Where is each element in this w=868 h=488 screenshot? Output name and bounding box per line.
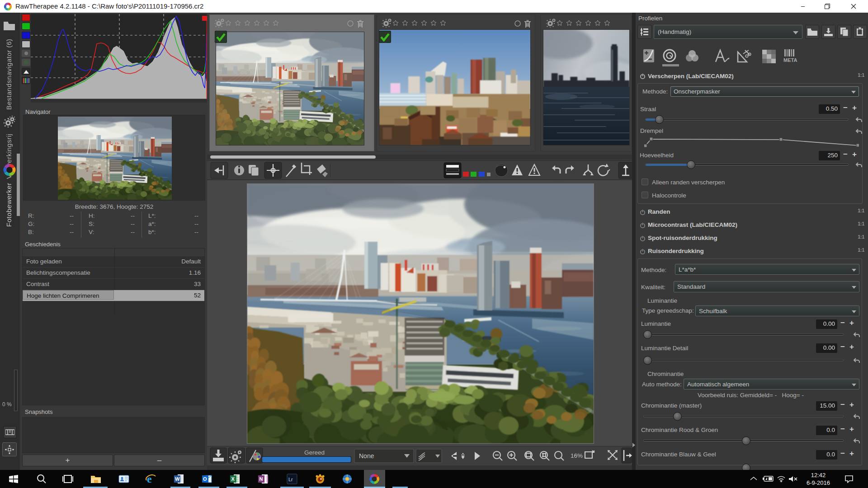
svg-text:META: META [783,57,797,63]
svg-text:W: W [175,476,180,482]
svg-text:Gereed: Gereed [304,449,325,456]
svg-text:16%: 16% [571,452,583,459]
svg-text:Lr: Lr [288,477,293,482]
svg-text:X: X [231,476,235,482]
svg-text:O: O [203,476,207,482]
svg-text:N: N [259,476,263,482]
svg-text:None: None [359,452,374,460]
